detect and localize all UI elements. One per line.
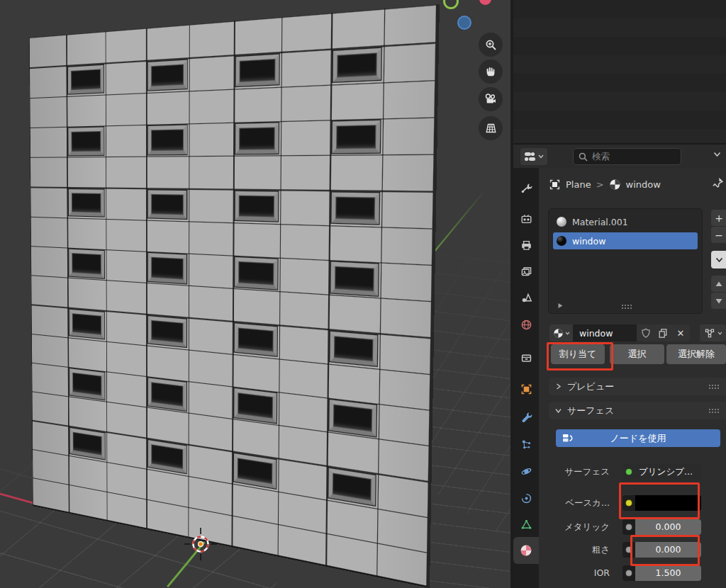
pan-hand-button[interactable] <box>479 60 503 84</box>
camera-view-button[interactable] <box>479 87 503 111</box>
window-inset <box>148 125 186 154</box>
value-socket <box>622 565 635 581</box>
surface-panel-header[interactable]: サーフェス <box>549 402 726 419</box>
breadcrumb-object[interactable]: Plane <box>566 179 591 190</box>
assign-button[interactable]: 割り当て <box>551 344 605 364</box>
slot-name: window <box>572 236 605 247</box>
grid-ortho-button[interactable] <box>479 116 503 140</box>
add-slot-button[interactable]: + <box>711 210 726 226</box>
window-inset <box>68 65 104 94</box>
slot-specials-button[interactable] <box>711 251 726 268</box>
panel-grip-icon[interactable] <box>708 384 719 389</box>
3d-cursor[interactable] <box>182 526 219 562</box>
properties-editor: 検索 Plane > window <box>513 0 726 588</box>
metallic-row: メタリック 0.000 <box>549 519 726 535</box>
tab-particles[interactable] <box>513 431 539 458</box>
deselect-button[interactable]: 選択解除 <box>666 344 726 364</box>
pin-icon[interactable] <box>713 177 724 189</box>
tab-constraints[interactable] <box>513 485 539 511</box>
breadcrumb: Plane > window <box>549 176 661 193</box>
slot-name: Material.001 <box>572 217 628 227</box>
breadcrumb-separator: > <box>596 179 604 190</box>
3d-viewport[interactable] <box>0 0 513 588</box>
value-socket <box>622 542 635 558</box>
move-slot-up-button[interactable] <box>711 276 726 292</box>
material-name-field[interactable]: window <box>573 324 637 341</box>
chevron-down-icon <box>555 407 562 414</box>
unlink-material-button[interactable]: ✕ <box>671 324 690 341</box>
material-browse-button[interactable] <box>549 324 573 341</box>
chevron-down-icon <box>565 332 570 335</box>
tab-object[interactable] <box>513 375 539 402</box>
window-inset <box>333 47 381 81</box>
row-label: ベースカ... <box>549 495 610 511</box>
ior-field[interactable]: 1.500 <box>635 565 701 581</box>
fake-user-shield-button[interactable] <box>637 324 654 341</box>
material-sphere-icon <box>609 179 621 191</box>
window-inset <box>70 428 105 460</box>
properties-tab-strip <box>513 168 539 588</box>
shader-menu[interactable]: プリンシプ... <box>635 464 701 480</box>
building-wall-mesh[interactable] <box>29 4 440 588</box>
panel-grip-icon[interactable] <box>708 408 719 413</box>
editor-type-button[interactable] <box>520 148 547 165</box>
value-socket <box>622 519 635 535</box>
chevron-down-icon <box>717 332 722 335</box>
tab-physics[interactable] <box>513 458 539 485</box>
preview-panel-header[interactable]: プレビュー <box>549 378 726 395</box>
window-inset <box>148 60 187 90</box>
use-nodes-button[interactable]: ノードを使用 <box>556 429 720 447</box>
base-color-field[interactable] <box>635 495 701 511</box>
window-inset <box>69 249 104 278</box>
window-inset <box>235 257 277 289</box>
material-link-dropdown[interactable] <box>700 324 726 341</box>
material-sphere-icon <box>553 328 564 339</box>
base-color-row: ベースカ... <box>549 495 726 511</box>
tab-view-layer[interactable] <box>513 258 539 285</box>
window-inset <box>69 189 104 217</box>
roughness-row: 粗さ 0.000 <box>549 542 726 558</box>
tab-output[interactable] <box>513 232 539 259</box>
window-inset <box>235 123 278 154</box>
window-inset <box>331 262 379 295</box>
tab-tool[interactable] <box>513 174 539 201</box>
tab-material[interactable] <box>513 537 539 564</box>
blender-window: 検索 Plane > window <box>0 0 726 588</box>
tab-render[interactable] <box>513 205 539 232</box>
material-sphere-icon <box>557 217 566 227</box>
window-inset <box>329 400 376 436</box>
tab-collection[interactable] <box>513 344 539 371</box>
outliner-empty-area[interactable] <box>513 0 726 143</box>
search-icon <box>579 152 588 162</box>
select-button[interactable]: 選択 <box>610 344 664 364</box>
surface-shader-row: サーフェス プリンシプ... <box>549 464 726 480</box>
window-inset <box>333 120 380 152</box>
resize-grip-icon[interactable] <box>621 304 632 309</box>
chevron-right-icon <box>555 383 562 390</box>
tab-modifiers[interactable] <box>513 403 539 430</box>
metallic-field[interactable]: 0.000 <box>635 519 701 535</box>
search-input[interactable]: 検索 <box>573 148 681 165</box>
slot-row-window[interactable]: window <box>553 232 698 249</box>
tab-object-data[interactable] <box>513 511 539 538</box>
copy-icon <box>658 328 668 339</box>
header-options-chevron[interactable] <box>713 152 721 157</box>
ior-row: IOR 1.500 <box>549 565 726 581</box>
duplicate-material-button[interactable] <box>654 324 671 341</box>
breadcrumb-material[interactable]: window <box>626 179 661 190</box>
remove-slot-button[interactable]: − <box>711 227 726 243</box>
tab-world[interactable] <box>513 311 539 338</box>
window-inset <box>234 388 276 422</box>
tab-scene[interactable] <box>513 284 539 311</box>
slot-row-material001[interactable]: Material.001 <box>553 213 698 230</box>
move-slot-down-button[interactable] <box>711 293 726 309</box>
list-expand-arrow[interactable] <box>557 303 564 309</box>
window-inset <box>69 368 104 399</box>
zoom-in-button[interactable] <box>479 33 503 57</box>
object-icon <box>549 179 561 191</box>
roughness-field[interactable]: 0.000 <box>635 542 701 558</box>
close-icon: ✕ <box>677 328 685 339</box>
gizmo-axis-blue[interactable] <box>457 16 471 30</box>
window-inset <box>332 192 379 224</box>
window-inset <box>235 323 277 356</box>
